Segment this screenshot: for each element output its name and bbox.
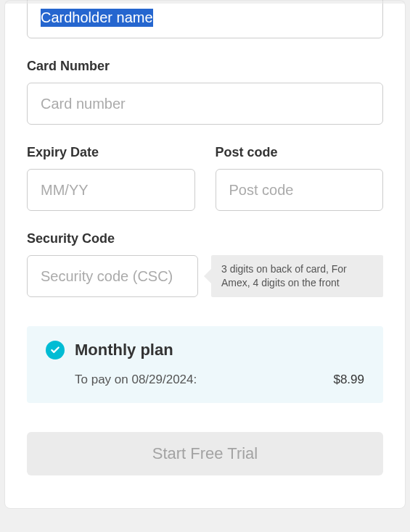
start-free-trial-button[interactable]: Start Free Trial [27, 432, 383, 475]
cardnumber-field-group: Card Number [27, 59, 383, 125]
cardnumber-input[interactable] [27, 83, 383, 125]
plan-summary-box: Monthly plan To pay on 08/29/2024: $8.99 [27, 326, 383, 403]
cardnumber-label: Card Number [27, 59, 383, 74]
top-divider [5, 1, 405, 4]
cardholder-placeholder-selected: Cardholder name [41, 9, 153, 27]
expiry-postcode-row: Expiry Date Post code [27, 145, 383, 211]
expiry-label: Expiry Date [27, 145, 195, 160]
postcode-label: Post code [216, 145, 384, 160]
plan-pay-label: To pay on 08/29/2024: [75, 373, 197, 387]
check-icon [46, 341, 65, 359]
security-input[interactable] [27, 255, 198, 297]
security-row: 3 digits on back of card, For Amex, 4 di… [27, 255, 383, 297]
submit-label: Start Free Trial [152, 444, 258, 462]
plan-price: $8.99 [333, 373, 364, 387]
cardholder-field-group: Cardholder name [27, 0, 383, 38]
plan-header: Monthly plan [46, 341, 364, 359]
cardholder-input[interactable]: Cardholder name [27, 0, 383, 38]
security-tooltip: 3 digits on back of card, For Amex, 4 di… [211, 255, 383, 297]
expiry-input[interactable] [27, 169, 195, 211]
security-label: Security Code [27, 231, 383, 246]
plan-details-row: To pay on 08/29/2024: $8.99 [46, 373, 364, 387]
expiry-field-group: Expiry Date [27, 145, 195, 211]
postcode-input[interactable] [216, 169, 384, 211]
security-tooltip-text: 3 digits on back of card, For Amex, 4 di… [221, 263, 347, 288]
payment-form-card: Cardholder name Card Number Expiry Date … [4, 0, 406, 509]
plan-title: Monthly plan [75, 341, 173, 359]
postcode-field-group: Post code [216, 145, 384, 211]
security-field-group: Security Code 3 digits on back of card, … [27, 231, 383, 297]
